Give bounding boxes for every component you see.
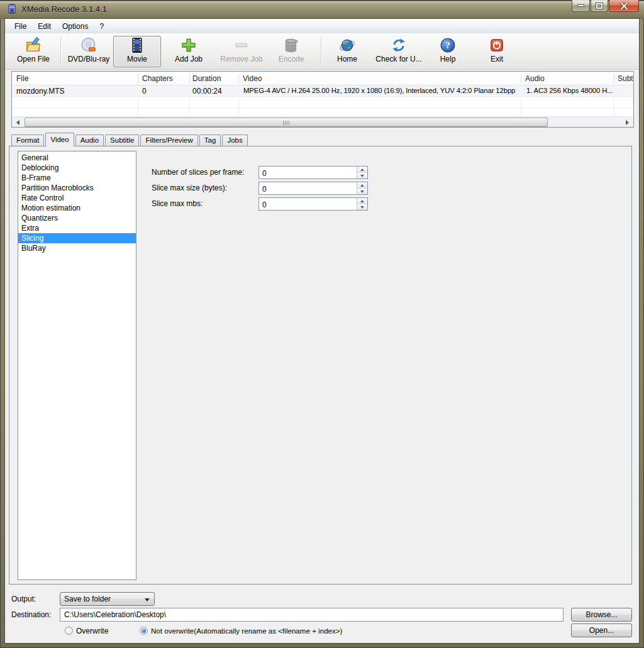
menu-options[interactable]: Options	[57, 20, 94, 33]
encode-icon	[283, 36, 299, 54]
horizontal-scrollbar[interactable]	[12, 116, 633, 127]
tab-video[interactable]: Video	[45, 133, 74, 146]
column-header-audio[interactable]: Audio	[525, 74, 545, 83]
encode-button[interactable]: Encode	[271, 36, 311, 67]
movie-button[interactable]: Movie	[113, 36, 161, 67]
slice-max-mbs-input[interactable]	[259, 198, 355, 210]
column-divider[interactable]	[614, 74, 614, 84]
overwrite-radio[interactable]	[65, 627, 73, 635]
settings-tabs: Format Video Audio Subtitle Filters/Prev…	[11, 133, 249, 146]
column-divider[interactable]	[189, 74, 190, 84]
dvd-bluray-button[interactable]: DVD/Blu-ray	[64, 36, 113, 67]
toolbar: Open File DVD/Blu-ray	[5, 33, 639, 70]
tab-filters-preview[interactable]: Filters/Preview	[140, 135, 197, 146]
slice-max-mbs-stepper[interactable]	[258, 197, 368, 211]
section-motion-estimation[interactable]: Motion estimation	[18, 203, 136, 213]
slice-max-size-stepper[interactable]	[258, 182, 368, 195]
stepper-up-button[interactable]	[357, 182, 367, 189]
help-button[interactable]: ? Help	[431, 36, 464, 67]
section-slicing[interactable]: Slicing	[18, 233, 136, 243]
slices-per-frame-input[interactable]	[259, 167, 355, 178]
toolbar-button-label: Encode	[279, 55, 304, 63]
menu-help[interactable]: ?	[94, 20, 109, 33]
output-mode-value: Save to folder	[64, 595, 111, 603]
section-extra[interactable]: Extra	[18, 223, 136, 233]
menubar: File Edit Options ?	[5, 19, 639, 33]
column-header-duration[interactable]: Duration	[192, 74, 221, 83]
maximize-button[interactable]	[591, 0, 608, 12]
scrollbar-thumb[interactable]	[25, 118, 548, 127]
tab-audio[interactable]: Audio	[75, 135, 104, 146]
cell-file: mozdony.MTS	[16, 87, 64, 96]
column-header-video[interactable]: Video	[243, 74, 262, 83]
section-bluray[interactable]: BluRay	[18, 243, 136, 253]
toolbar-button-label: Help	[440, 55, 456, 63]
movie-icon	[129, 36, 145, 54]
toolbar-button-label: Exit	[491, 55, 503, 63]
remove-job-button[interactable]: Remove Job	[217, 36, 266, 67]
column-header-file[interactable]: File	[16, 74, 28, 83]
column-header-subtitle[interactable]: Subt	[618, 74, 633, 83]
open-file-button[interactable]: Open File	[10, 36, 57, 67]
home-button[interactable]: Home	[327, 36, 367, 67]
output-mode-select[interactable]: Save to folder	[60, 592, 155, 606]
file-list: File Chapters Duration Video Audio Subt	[11, 71, 634, 128]
toolbar-button-label: Remove Job	[220, 55, 262, 63]
slice-max-size-input[interactable]	[259, 182, 355, 194]
tab-tag[interactable]: Tag	[199, 135, 221, 146]
stepper-up-button[interactable]	[357, 198, 367, 204]
titlebar[interactable]: XMedia Recode 3.1.4.1	[0, 0, 644, 19]
column-header-chapters[interactable]: Chapters	[142, 74, 173, 83]
toolbar-separator	[321, 37, 321, 65]
menu-edit[interactable]: Edit	[32, 20, 57, 33]
tab-format[interactable]: Format	[11, 135, 44, 146]
slices-per-frame-label: Number of slices per frame:	[152, 168, 244, 177]
scrollbar-grip-icon	[283, 121, 290, 125]
cell-audio: 1. AC3 256 Kbps 48000 H...	[526, 87, 613, 94]
close-icon	[620, 3, 628, 9]
minimize-button[interactable]	[572, 0, 590, 12]
close-button[interactable]	[609, 0, 639, 12]
tab-subtitle[interactable]: Subtitle	[105, 135, 139, 146]
tab-jobs[interactable]: Jobs	[222, 135, 247, 146]
section-rate-control[interactable]: Rate Control	[18, 193, 136, 203]
column-divider[interactable]	[238, 74, 239, 84]
stepper-down-button[interactable]	[357, 204, 367, 210]
slice-max-size-label: Slice max size (bytes):	[152, 184, 227, 192]
table-row[interactable]: mozdony.MTS 0 00:00:24 MPEG-4 AVC / H.26…	[12, 85, 633, 97]
column-divider[interactable]	[521, 74, 521, 84]
slices-per-frame-stepper[interactable]	[258, 166, 368, 179]
overwrite-radio-label[interactable]: Overwrite	[76, 627, 108, 635]
window-controls	[571, 0, 639, 12]
exit-button[interactable]: Exit	[480, 36, 513, 67]
stepper-down-button[interactable]	[357, 173, 367, 178]
open-button[interactable]: Open...	[571, 623, 632, 637]
check-update-button[interactable]: Check for U...	[370, 36, 428, 67]
stepper-down-button[interactable]	[357, 189, 367, 194]
destination-label: Destination:	[11, 610, 51, 619]
section-deblocking[interactable]: Deblocking	[18, 163, 136, 173]
table-row-empty	[12, 97, 633, 108]
menu-file[interactable]: File	[9, 20, 32, 33]
toolbar-button-label: Home	[337, 55, 357, 63]
column-divider[interactable]	[138, 74, 138, 84]
section-b-frame[interactable]: B-Frame	[18, 173, 136, 183]
not-overwrite-radio[interactable]	[140, 627, 148, 635]
toolbar-button-label: DVD/Blu-ray	[68, 55, 110, 63]
add-job-button[interactable]: Add Job	[167, 36, 211, 67]
toolbar-button-label: Movie	[127, 55, 147, 63]
toolbar-button-label: Check for U...	[375, 55, 421, 63]
destination-input[interactable]	[60, 608, 564, 622]
cell-video: MPEG-4 AVC / H.264 25.00 Hz, 1920 x 1080…	[243, 87, 515, 94]
not-overwrite-radio-label[interactable]: Not overwrite(Automatically rename as <f…	[151, 627, 342, 635]
video-sections-list[interactable]: General Deblocking B-Frame Partition Mac…	[18, 151, 136, 580]
stepper-up-button[interactable]	[357, 167, 367, 173]
section-general[interactable]: General	[18, 153, 136, 163]
scroll-left-button[interactable]	[12, 117, 23, 128]
scroll-right-button[interactable]	[623, 117, 633, 128]
chevron-down-icon	[145, 598, 150, 604]
section-partition-macroblocks[interactable]: Partition Macroblocks	[18, 183, 136, 193]
browse-button[interactable]: Browse...	[571, 608, 632, 622]
section-quantizers[interactable]: Quantizers	[18, 213, 136, 223]
toolbar-separator	[60, 37, 61, 65]
